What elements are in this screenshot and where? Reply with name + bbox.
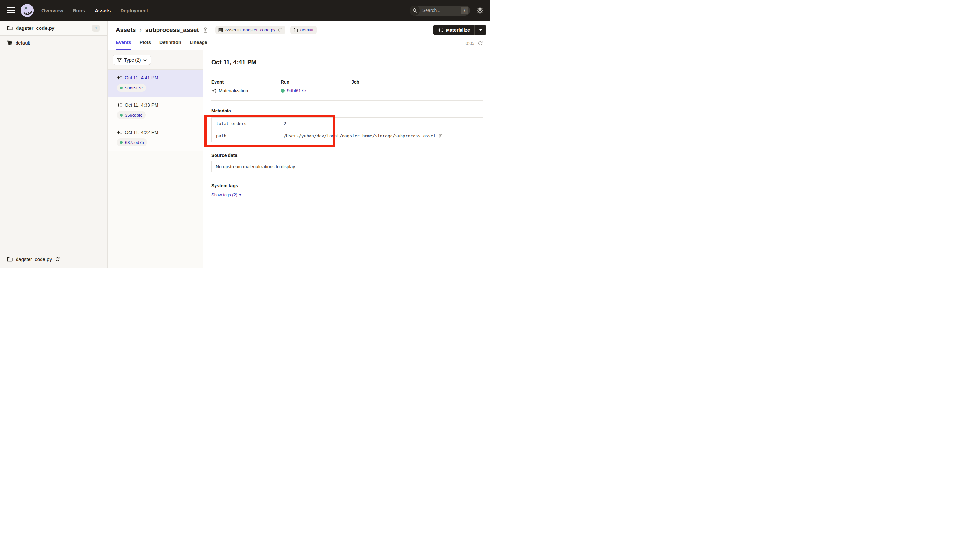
- run-id-link[interactable]: 9dbf617e: [287, 88, 306, 93]
- event-list-item[interactable]: Oct 11, 4:22 PM 637aed75: [108, 124, 203, 151]
- nav-runs[interactable]: Runs: [73, 8, 85, 13]
- nav-deployment[interactable]: Deployment: [120, 8, 148, 13]
- source-data-empty-message: No upstream materializations to display.: [211, 161, 483, 172]
- run-status-dot: [281, 89, 285, 93]
- run-status-dot: [120, 141, 123, 144]
- chevron-down-icon: [143, 59, 147, 61]
- grid-icon: [218, 28, 223, 32]
- metadata-heading: Metadata: [211, 108, 483, 113]
- group-tag-link[interactable]: default: [301, 27, 314, 32]
- dagster-asset-page: Overview Runs Assets Deployment Search..…: [0, 0, 490, 268]
- metadata-key: total_orders: [212, 118, 279, 130]
- materialization-sparkle-icon: [117, 75, 122, 80]
- run-tag[interactable]: 359cdbfc: [117, 111, 145, 119]
- table-row: total_orders 2: [212, 118, 483, 130]
- tab-plots[interactable]: Plots: [140, 40, 151, 50]
- asset-group-icon: [294, 28, 298, 32]
- run-tag[interactable]: 637aed75: [117, 138, 147, 146]
- metadata-key: path: [212, 130, 279, 142]
- event-timestamp: Oct 11, 4:33 PM: [125, 102, 159, 108]
- footer-code-location-label: dagster_code.py: [16, 256, 52, 262]
- refresh-icon[interactable]: [478, 41, 483, 46]
- nav-assets[interactable]: Assets: [95, 8, 110, 13]
- primary-nav: Overview Runs Assets Deployment: [41, 8, 148, 13]
- job-value: —: [351, 88, 356, 93]
- metadata-value: 2: [279, 118, 473, 130]
- breadcrumb-assets-link[interactable]: Assets: [116, 27, 136, 34]
- hamburger-menu-icon[interactable]: [7, 8, 15, 13]
- run-status-dot: [120, 86, 123, 89]
- metadata-actions-cell: [473, 118, 483, 130]
- system-tags-heading: System tags: [211, 183, 483, 188]
- dagster-octopus-icon: [21, 4, 34, 17]
- event-type-value: Materialization: [219, 88, 248, 93]
- materialize-label: Materialize: [446, 27, 470, 33]
- show-tags-label: Show tags (2): [211, 192, 237, 197]
- event-timestamp: Oct 11, 4:22 PM: [125, 130, 159, 135]
- metadata-path-link[interactable]: /Users/yuhan/dev/local/dagster_home/stor…: [283, 134, 436, 138]
- show-tags-toggle[interactable]: Show tags (2): [211, 192, 242, 197]
- sidebar-footer-code-location[interactable]: dagster_code.py: [0, 250, 107, 268]
- search-input[interactable]: Search... /: [410, 5, 470, 16]
- run-status-dot: [120, 114, 123, 117]
- copy-asset-name-icon[interactable]: [203, 27, 208, 33]
- event-detail-title: Oct 11, 4:41 PM: [211, 59, 483, 66]
- materialize-button[interactable]: Materialize: [433, 25, 474, 35]
- metadata-value: /Users/yuhan/dev/local/dagster_home/stor…: [279, 130, 473, 142]
- asset-tag-code-location-link[interactable]: dagster_code.py: [243, 27, 275, 32]
- reload-icon[interactable]: [55, 257, 60, 261]
- asset-definition-tag: Asset in dagster_code.py: [215, 25, 285, 34]
- event-list-item[interactable]: Oct 11, 4:33 PM 359cdbfc: [108, 97, 203, 124]
- top-navigation-bar: Overview Runs Assets Deployment Search..…: [0, 0, 490, 21]
- dagster-logo[interactable]: [21, 4, 34, 17]
- breadcrumb-separator: ›: [139, 26, 142, 34]
- sidebar-item-code-location[interactable]: dagster_code.py 1: [0, 21, 107, 36]
- run-id-link[interactable]: 9dbf617e: [125, 86, 143, 91]
- run-tag[interactable]: 9dbf617e: [117, 84, 146, 92]
- search-icon: [410, 5, 420, 16]
- job-column-label: Job: [351, 80, 483, 84]
- metadata-table: total_orders 2 path /Users/yuhan/dev/loc…: [211, 117, 483, 142]
- folder-icon: [7, 257, 13, 261]
- event-filter-bar: Type (2): [108, 50, 203, 70]
- timer-value: 0:05: [466, 41, 474, 46]
- sparkle-icon: [438, 27, 443, 33]
- tab-definition[interactable]: Definition: [159, 40, 181, 50]
- type-filter-button[interactable]: Type (2): [113, 55, 151, 65]
- filter-funnel-icon: [117, 58, 121, 62]
- run-id-link[interactable]: 359cdbfc: [125, 113, 142, 118]
- materialization-sparkle-icon: [117, 102, 122, 108]
- materialize-dropdown-button[interactable]: [475, 25, 487, 35]
- asset-groups-sidebar: dagster_code.py 1 default dagster_code.p…: [0, 21, 108, 268]
- tab-lineage[interactable]: Lineage: [189, 40, 207, 50]
- search-placeholder: Search...: [422, 8, 461, 13]
- event-detail-panel: Oct 11, 4:41 PM Event Materialization: [203, 50, 490, 268]
- topbar-right: Search... /: [410, 5, 484, 16]
- auto-refresh-timer: 0:05: [466, 41, 483, 46]
- search-shortcut-badge: /: [461, 7, 468, 14]
- event-timestamp: Oct 11, 4:41 PM: [125, 75, 159, 80]
- events-content: Type (2) Oct 11, 4:41 PM: [108, 50, 490, 268]
- event-list-item[interactable]: Oct 11, 4:41 PM 9dbf617e: [108, 70, 203, 97]
- tab-events[interactable]: Events: [116, 40, 131, 50]
- group-tag: default: [290, 25, 317, 34]
- materialization-sparkle-icon: [117, 130, 122, 135]
- chevron-down-icon: [479, 29, 482, 31]
- asset-header: Assets › subprocess_asset Asset in dagst…: [108, 21, 490, 50]
- asset-tag-prefix: Asset in: [225, 27, 241, 32]
- table-row: path /Users/yuhan/dev/local/dagster_home…: [212, 130, 483, 142]
- run-id-link[interactable]: 637aed75: [125, 140, 144, 145]
- divider: [211, 100, 483, 101]
- nav-overview[interactable]: Overview: [41, 8, 63, 13]
- refresh-icon[interactable]: [278, 28, 282, 32]
- sidebar-item-default-group[interactable]: default: [0, 36, 107, 50]
- source-data-heading: Source data: [211, 153, 483, 158]
- asset-count-badge: 1: [92, 25, 100, 32]
- settings-gear-icon[interactable]: [476, 7, 484, 14]
- metadata-actions-cell: [473, 130, 483, 142]
- code-location-label: dagster_code.py: [16, 25, 54, 31]
- copy-path-icon[interactable]: [439, 134, 443, 139]
- asset-tabs: Events Plots Definition Lineage: [116, 40, 490, 50]
- event-list-panel: Type (2) Oct 11, 4:41 PM: [108, 50, 203, 268]
- page-title: subprocess_asset: [145, 27, 199, 34]
